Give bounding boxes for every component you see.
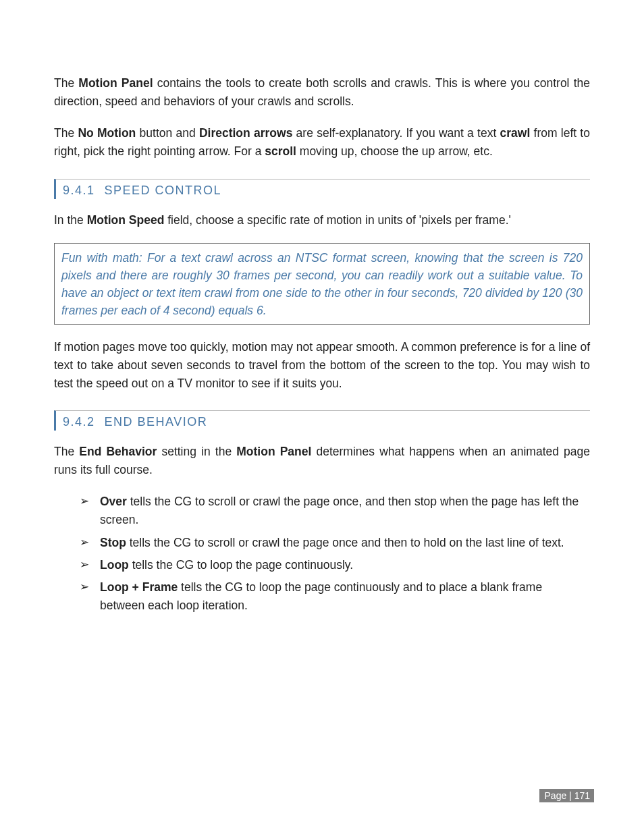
end-behavior-list: Over tells the CG to scroll or crawl the… bbox=[54, 493, 590, 615]
bullet-text: tells the CG to scroll or crawl the page… bbox=[126, 536, 564, 549]
term-end-behavior: End Behavior bbox=[79, 445, 157, 458]
term-direction-arrows: Direction arrows bbox=[199, 126, 292, 140]
section-title: END BEHAVIOR bbox=[105, 415, 208, 429]
text: button and bbox=[136, 126, 199, 140]
text: The bbox=[54, 445, 79, 458]
speed-control-paragraph-2: If motion pages move too quickly, motion… bbox=[54, 338, 590, 393]
text: In the bbox=[54, 213, 87, 227]
end-behavior-paragraph-1: The End Behavior setting in the Motion P… bbox=[54, 443, 590, 479]
text: field, choose a specific rate of motion … bbox=[164, 213, 510, 227]
section-title: SPEED CONTROL bbox=[105, 184, 222, 197]
page-container: The Motion Panel contains the tools to c… bbox=[0, 0, 644, 828]
text: moving up, choose the up arrow, etc. bbox=[296, 144, 493, 158]
page-number-badge: Page | 171 bbox=[539, 789, 594, 802]
page-number: Page | 171 bbox=[545, 790, 590, 801]
bullet-term: Loop + Frame bbox=[100, 580, 178, 594]
intro-paragraph-1: The Motion Panel contains the tools to c… bbox=[54, 74, 590, 111]
callout-fun-with-math: Fun with math: For a text crawl across a… bbox=[54, 243, 590, 325]
text: The bbox=[54, 126, 78, 140]
list-item: Over tells the CG to scroll or crawl the… bbox=[80, 493, 590, 529]
text: are self-explanatory. If you want a text bbox=[292, 126, 500, 140]
intro-paragraph-2: The No Motion button and Direction arrow… bbox=[54, 124, 590, 161]
term-motion-panel: Motion Panel bbox=[236, 445, 311, 458]
bullet-text: tells the CG to scroll or crawl the page… bbox=[100, 495, 579, 526]
speed-control-paragraph-1: In the Motion Speed field, choose a spec… bbox=[54, 211, 590, 229]
list-item: Loop + Frame tells the CG to loop the pa… bbox=[80, 578, 590, 615]
text: The bbox=[54, 76, 78, 90]
bullet-text: tells the CG to loop the page continuous… bbox=[129, 558, 353, 572]
term-motion-panel: Motion Panel bbox=[78, 76, 153, 90]
list-item: Stop tells the CG to scroll or crawl the… bbox=[80, 534, 590, 552]
section-heading-speed-control: 9.4.1 SPEED CONTROL bbox=[54, 179, 590, 199]
text: If motion pages move too quickly, motion… bbox=[54, 340, 590, 390]
section-number: 9.4.1 bbox=[63, 184, 100, 198]
list-item: Loop tells the CG to loop the page conti… bbox=[80, 556, 590, 574]
bullet-term: Loop bbox=[100, 558, 129, 572]
bullet-term: Over bbox=[100, 495, 127, 508]
section-heading-end-behavior: 9.4.2 END BEHAVIOR bbox=[54, 410, 590, 431]
term-no-motion: No Motion bbox=[78, 126, 136, 140]
term-scroll: scroll bbox=[265, 144, 296, 158]
text: setting in the bbox=[157, 445, 236, 458]
term-crawl: crawl bbox=[500, 126, 531, 140]
term-motion-speed: Motion Speed bbox=[87, 213, 165, 227]
callout-text: Fun with math: For a text crawl across a… bbox=[61, 251, 583, 318]
bullet-term: Stop bbox=[100, 536, 126, 549]
section-number: 9.4.2 bbox=[63, 415, 100, 429]
